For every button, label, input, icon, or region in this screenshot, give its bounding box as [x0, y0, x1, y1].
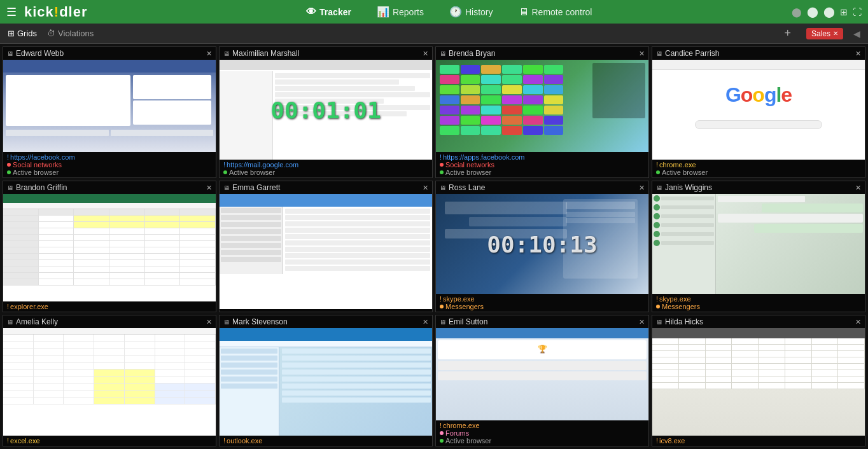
- nav-right-icons: ⬤ ⬤ ⬤ ⊞ ⛶: [792, 6, 862, 18]
- cell-maximilian-marshall: 🖥 Maximilian Marshall ✕ 00:01:01: [219, 46, 433, 178]
- cell-candice-parrish: 🖥 Candice Parrish ✕ Google !chrome.exe A…: [652, 46, 865, 178]
- circle-green-icon[interactable]: ⬤: [807, 6, 818, 18]
- cell-close-button[interactable]: ✕: [423, 184, 428, 192]
- cell-preview-emma-garrett[interactable]: [220, 194, 432, 309]
- cell-close-button[interactable]: ✕: [855, 184, 861, 192]
- cell-footer-ross-lane: !skype.exe Messengers: [436, 294, 648, 312]
- cell-close-button[interactable]: ✕: [206, 50, 212, 58]
- timer-overlay: 00:01:01: [270, 97, 381, 123]
- cell-preview-amelia-kelly[interactable]: [3, 328, 216, 436]
- cell-status: Active browser: [440, 437, 645, 445]
- cell-category: Social networks: [7, 161, 212, 169]
- cell-url: !explorer.exe: [7, 303, 212, 310]
- cell-preview-candice-parrish[interactable]: Google: [652, 60, 865, 160]
- cell-close-button[interactable]: ✕: [423, 318, 428, 326]
- sales-tag-close[interactable]: ✕: [833, 30, 838, 37]
- cell-url: !https://facebook.com: [7, 153, 212, 161]
- nav-remote[interactable]: 🖥 Remote control: [519, 6, 592, 18]
- warning-icon: !: [223, 161, 225, 169]
- cell-close-button[interactable]: ✕: [206, 318, 212, 326]
- cell-status: Active browser: [223, 169, 428, 176]
- fullscreen-icon[interactable]: ⛶: [853, 7, 862, 17]
- cell-employee-name: Janis Wiggins: [665, 183, 712, 192]
- cell-preview-hilda-hicks[interactable]: [652, 328, 865, 436]
- sales-tag-label: Sales: [811, 29, 830, 38]
- cell-ross-lane: 🖥 Ross Lane ✕ 00:10:13 !skype.exe Messen…: [435, 181, 649, 312]
- status-dot: [656, 170, 660, 174]
- status-dot: [7, 170, 11, 174]
- cell-monitor-icon: 🖥: [440, 184, 446, 191]
- violations-button[interactable]: ⏱ Violations: [47, 29, 94, 38]
- cell-header-mark-stevenson: 🖥 Mark Stevenson ✕: [220, 315, 432, 328]
- cell-close-button[interactable]: ✕: [855, 318, 861, 326]
- cell-preview-janis-wiggins[interactable]: [652, 194, 865, 294]
- history-icon: 🕐: [449, 6, 462, 18]
- cell-header-janis-wiggins: 🖥 Janis Wiggins ✕: [652, 181, 865, 194]
- cell-preview-brandon-griffin[interactable]: [3, 194, 216, 301]
- top-navigation: ☰ kick!dler 👁 Tracker 📊 Reports 🕐 Histor…: [0, 0, 868, 24]
- cell-footer-brenda-bryan: !https://apps.facebook.com Social networ…: [436, 152, 648, 177]
- cell-preview-edward-webb[interactable]: [3, 60, 216, 152]
- cell-close-button[interactable]: ✕: [639, 318, 645, 326]
- nav-history[interactable]: 🕐 History: [449, 6, 493, 18]
- cell-employee-name: Amelia Kelly: [16, 317, 58, 326]
- cell-preview-brenda-bryan[interactable]: [436, 60, 648, 152]
- cell-close-button[interactable]: ✕: [423, 50, 428, 58]
- circle-yellow-icon[interactable]: ⬤: [823, 6, 835, 18]
- cell-category: Messengers: [656, 303, 861, 310]
- tracker-icon: 👁: [306, 6, 316, 18]
- grids-button[interactable]: ⊞ Grids: [8, 29, 37, 38]
- scroll-left-arrow[interactable]: ◀: [853, 29, 860, 39]
- cell-footer-emil-sutton: !chrome.exe Forums Active browser: [436, 420, 648, 446]
- cell-footer-mark-stevenson: !outlook.exe: [220, 436, 432, 446]
- window-icon[interactable]: ⊞: [840, 7, 848, 17]
- cell-preview-mark-stevenson[interactable]: [220, 328, 432, 436]
- cell-close-button[interactable]: ✕: [855, 50, 861, 58]
- cell-preview-maximilian-marshall[interactable]: 00:01:01: [220, 60, 432, 160]
- category-dot: [440, 163, 444, 167]
- nav-tracker[interactable]: 👁 Tracker: [306, 6, 351, 18]
- cell-hilda-hicks: 🖥 Hilda Hicks ✕ !ic: [652, 315, 865, 446]
- cell-url: !chrome.exe: [440, 422, 645, 429]
- toolbar: ⊞ Grids ⏱ Violations + Sales ✕ ◀: [0, 24, 868, 44]
- cell-employee-name: Edward Webb: [16, 49, 64, 58]
- cell-header-candice-parrish: 🖥 Candice Parrish ✕: [652, 47, 865, 60]
- nav-reports[interactable]: 📊 Reports: [377, 6, 424, 18]
- cell-emma-garrett: 🖥 Emma Garrett ✕: [219, 181, 433, 312]
- cell-close-button[interactable]: ✕: [639, 50, 645, 58]
- cell-close-button[interactable]: ✕: [206, 184, 212, 192]
- cell-monitor-icon: 🖥: [223, 50, 230, 57]
- cell-category: Social networks: [440, 161, 645, 169]
- app-logo: kick!dler: [24, 4, 88, 20]
- reports-icon: 📊: [377, 6, 389, 18]
- warning-icon: !: [7, 437, 9, 445]
- status-dot: [223, 170, 227, 174]
- add-group-button[interactable]: +: [784, 27, 791, 40]
- cell-footer-maximilian-marshall: !https://mail.google.com Active browser: [220, 160, 432, 177]
- cell-header-amelia-kelly: 🖥 Amelia Kelly ✕: [3, 315, 216, 328]
- warning-icon: !: [7, 153, 9, 161]
- cell-monitor-icon: 🖥: [440, 50, 446, 57]
- cell-footer-candice-parrish: !chrome.exe Active browser: [652, 160, 865, 177]
- circle-grey-icon[interactable]: ⬤: [792, 7, 802, 17]
- cell-header-edward-webb: 🖥 Edward Webb ✕: [3, 47, 216, 60]
- violations-icon: ⏱: [47, 29, 55, 38]
- menu-icon[interactable]: ☰: [6, 5, 17, 19]
- status-dot: [440, 439, 444, 443]
- cell-monitor-icon: 🖥: [440, 319, 446, 326]
- status-dot: [440, 170, 444, 174]
- cell-preview-ross-lane[interactable]: 00:10:13: [436, 194, 648, 294]
- nav-remote-label: Remote control: [532, 7, 592, 17]
- cell-footer-brandon-griffin: !explorer.exe: [3, 301, 216, 312]
- cell-employee-name: Emil Sutton: [449, 317, 487, 326]
- category-dot: [7, 163, 11, 167]
- warning-icon: !: [223, 437, 225, 445]
- timer-overlay: 00:10:13: [487, 231, 597, 257]
- cell-preview-emil-sutton[interactable]: 🏆: [436, 328, 648, 420]
- cell-footer-emma-garrett: [220, 309, 432, 312]
- cell-url: !icv8.exe: [656, 437, 861, 445]
- warning-icon: !: [656, 161, 658, 169]
- cell-status: Active browser: [440, 169, 645, 176]
- cell-close-button[interactable]: ✕: [639, 184, 645, 192]
- cell-footer-hilda-hicks: !icv8.exe: [652, 436, 865, 446]
